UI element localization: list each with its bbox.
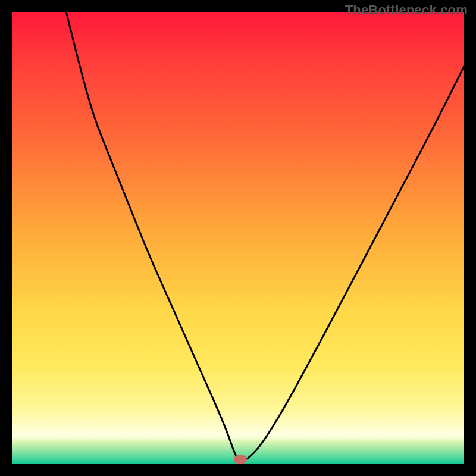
chart-curve	[12, 12, 464, 464]
curve-path	[66, 12, 464, 459]
chart-plot-area	[12, 12, 464, 464]
bottleneck-marker	[234, 455, 247, 464]
watermark-text: TheBottleneck.com	[345, 2, 468, 18]
page-root: TheBottleneck.com	[0, 0, 476, 476]
